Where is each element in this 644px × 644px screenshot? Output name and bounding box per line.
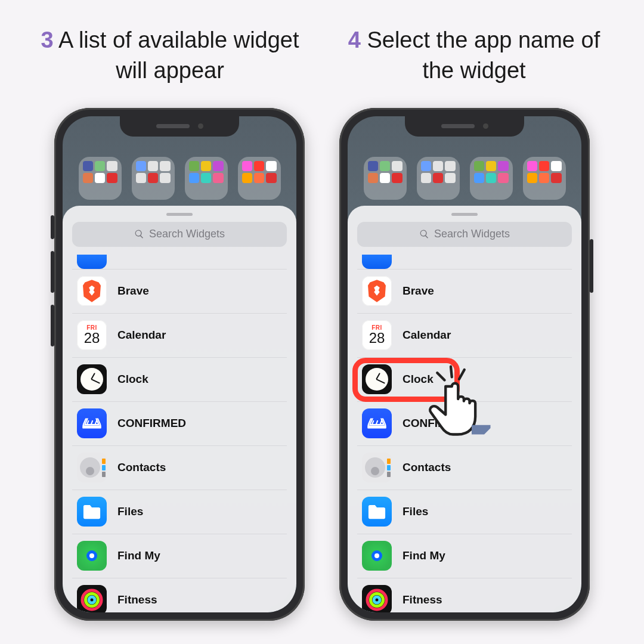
list-label: Contacts — [402, 461, 451, 474]
findmy-icon — [362, 541, 392, 571]
files-icon — [77, 497, 107, 527]
list-item-clock[interactable]: Clock — [357, 358, 572, 402]
search-placeholder: Search Widgets — [149, 228, 225, 240]
search-placeholder: Search Widgets — [434, 228, 510, 240]
list-item-partial-top[interactable] — [72, 252, 287, 270]
list-item-contacts[interactable]: Contacts — [357, 446, 572, 490]
list-item-calendar[interactable]: FRI 28 Calendar — [72, 314, 287, 358]
calendar-icon: FRI 28 — [362, 320, 392, 350]
list-item-brave[interactable]: Brave — [357, 270, 572, 314]
brave-icon — [362, 276, 392, 306]
list-label: CONFIRMED — [117, 417, 186, 430]
list-label: Files — [402, 505, 428, 518]
step-4-caption: 4 Select the app name of the widget — [331, 25, 617, 86]
clock-icon — [77, 364, 107, 394]
list-item-partial-top[interactable] — [357, 252, 572, 270]
fitness-icon — [77, 585, 107, 612]
list-label: Brave — [117, 284, 149, 298]
list-label: Fitness — [402, 593, 442, 606]
list-item-findmy[interactable]: Find My — [72, 534, 287, 578]
search-icon — [419, 229, 429, 239]
widget-app-list[interactable]: Brave FRI 28 Calendar Clock — [357, 252, 572, 612]
list-label: Calendar — [402, 329, 451, 342]
list-label: Brave — [402, 284, 434, 298]
confirmed-icon — [77, 408, 107, 438]
list-label: Calendar — [117, 329, 166, 342]
list-item-brave[interactable]: Brave — [72, 270, 287, 314]
svg-rect-0 — [82, 425, 101, 428]
list-label: Clock — [117, 373, 148, 386]
list-item-fitness[interactable]: Fitness — [72, 578, 287, 612]
list-label: Clock — [402, 373, 434, 386]
svg-point-3 — [89, 597, 95, 603]
list-item-files[interactable]: Files — [72, 490, 287, 534]
step-3-caption: 3 A list of available widget will appear — [27, 25, 313, 86]
list-item-contacts[interactable]: Contacts — [72, 446, 287, 490]
sheet-grabber[interactable] — [166, 213, 193, 216]
list-label: Files — [117, 505, 143, 518]
home-folders-row — [348, 157, 581, 200]
search-icon — [134, 229, 144, 239]
list-label: Find My — [402, 549, 445, 562]
contacts-icon — [77, 453, 107, 482]
list-item-confirmed[interactable]: CONFIRMED — [357, 402, 572, 446]
files-icon — [362, 497, 392, 527]
sheet-grabber[interactable] — [451, 213, 478, 216]
svg-rect-4 — [367, 425, 386, 428]
phone-mockup-step4: Search Widgets Brave FRI 28 — [339, 108, 590, 621]
step-3-text: A list of available widget will appear — [58, 27, 299, 83]
brave-icon — [77, 276, 107, 306]
contacts-icon — [362, 453, 392, 482]
list-item-clock[interactable]: Clock — [72, 358, 287, 402]
clock-icon — [362, 364, 392, 394]
step-4-number: 4 — [348, 27, 361, 52]
widget-picker-sheet[interactable]: Search Widgets Brave FRI 28 — [348, 206, 581, 612]
phone-notch — [405, 116, 524, 137]
list-label: Fitness — [117, 593, 157, 606]
findmy-icon — [77, 541, 107, 571]
fitness-icon — [362, 585, 392, 612]
step-4-text: Select the app name of the widget — [367, 27, 600, 83]
calendar-icon: FRI 28 — [77, 320, 107, 350]
home-folders-row — [63, 157, 296, 200]
list-item-calendar[interactable]: FRI 28 Calendar — [357, 314, 572, 358]
widget-picker-sheet[interactable]: Search Widgets Brave FRI 28 — [63, 206, 296, 612]
phone-mockup-step3: Search Widgets Brave FRI 28 — [54, 108, 305, 621]
list-item-fitness[interactable]: Fitness — [357, 578, 572, 612]
list-label: Find My — [117, 549, 160, 562]
widget-app-list[interactable]: Brave FRI 28 Calendar Clock — [72, 252, 287, 612]
step-3-number: 3 — [41, 27, 53, 52]
confirmed-icon — [362, 408, 392, 438]
list-label: Contacts — [117, 461, 166, 474]
search-widgets-field[interactable]: Search Widgets — [357, 222, 572, 247]
search-widgets-field[interactable]: Search Widgets — [72, 222, 287, 247]
svg-point-7 — [374, 597, 380, 603]
list-item-findmy[interactable]: Find My — [357, 534, 572, 578]
phone-notch — [120, 116, 239, 137]
list-item-files[interactable]: Files — [357, 490, 572, 534]
list-label: CONFIRMED — [402, 417, 471, 430]
list-item-confirmed[interactable]: CONFIRMED — [72, 402, 287, 446]
